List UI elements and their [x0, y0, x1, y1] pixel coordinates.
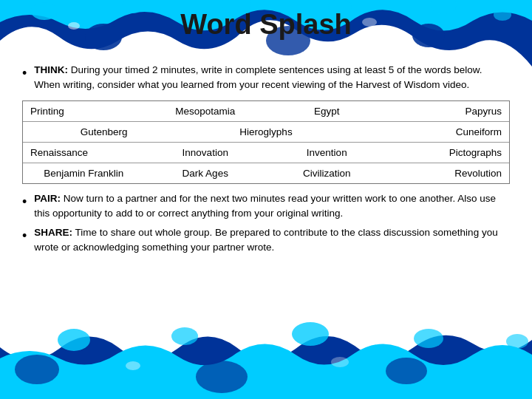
svg-point-13 [292, 322, 329, 346]
word-revolution: Revolution [388, 163, 510, 183]
word-grid-row-1: Printing Mesopotamia Egypt Papyrus [23, 101, 509, 122]
word-renaissance: Renaissance [23, 143, 145, 163]
svg-point-15 [506, 334, 528, 349]
pair-text: PAIR: Now turn to a partner and for the … [34, 191, 510, 222]
svg-point-16 [15, 355, 59, 384]
share-body: Time to share out whole group. Be prepar… [34, 227, 497, 253]
word-dark-ages: Dark Ages [145, 163, 267, 183]
word-egypt: Egypt [266, 101, 388, 121]
word-papyrus: Papyrus [388, 101, 510, 121]
word-benjamin-franklin: Benjamin Franklin [23, 163, 145, 183]
think-bullet: • [22, 64, 27, 83]
word-grid: Printing Mesopotamia Egypt Papyrus Guten… [22, 100, 510, 184]
share-section: • SHARE: Time to share out whole group. … [22, 225, 510, 256]
svg-point-12 [171, 327, 198, 345]
share-text: SHARE: Time to share out whole group. Be… [34, 225, 510, 256]
svg-point-20 [331, 357, 349, 367]
svg-point-11 [58, 329, 90, 351]
word-mesopotamia: Mesopotamia [145, 101, 267, 121]
word-invention: Invention [266, 143, 388, 163]
word-grid-row-2: Gutenberg Hieroglyphs Cuneiform [23, 122, 509, 143]
share-bullet: • [22, 226, 27, 246]
think-body: During your timed 2 minutes, write in co… [34, 64, 482, 90]
pair-label: PAIR: [34, 193, 61, 204]
word-printing: Printing [23, 101, 145, 121]
share-label: SHARE: [34, 227, 72, 238]
svg-point-19 [126, 361, 140, 370]
pair-bullet: • [22, 192, 27, 212]
word-gutenberg: Gutenberg [23, 122, 185, 142]
word-civilization: Civilization [266, 163, 388, 183]
think-label: THINK: [34, 64, 68, 75]
pair-body: Now turn to a partner and for the next t… [34, 193, 496, 219]
think-text: THINK: During your timed 2 minutes, writ… [34, 63, 510, 93]
word-pictographs: Pictographs [388, 143, 510, 163]
word-cuneiform: Cuneiform [347, 122, 509, 142]
pair-section: • PAIR: Now turn to a partner and for th… [22, 191, 510, 222]
word-innovation: Innovation [145, 143, 267, 163]
page-title: Word Splash [0, 9, 532, 41]
svg-point-17 [196, 361, 248, 393]
bottom-wave-decoration [0, 318, 532, 399]
word-grid-row-3: Renaissance Innovation Invention Pictogr… [23, 143, 509, 163]
svg-point-14 [414, 329, 443, 348]
word-hieroglyphs: Hieroglyphs [185, 122, 347, 142]
svg-point-18 [386, 358, 427, 384]
think-section: • THINK: During your timed 2 minutes, wr… [22, 63, 510, 93]
word-grid-row-4: Benjamin Franklin Dark Ages Civilization… [23, 163, 509, 183]
